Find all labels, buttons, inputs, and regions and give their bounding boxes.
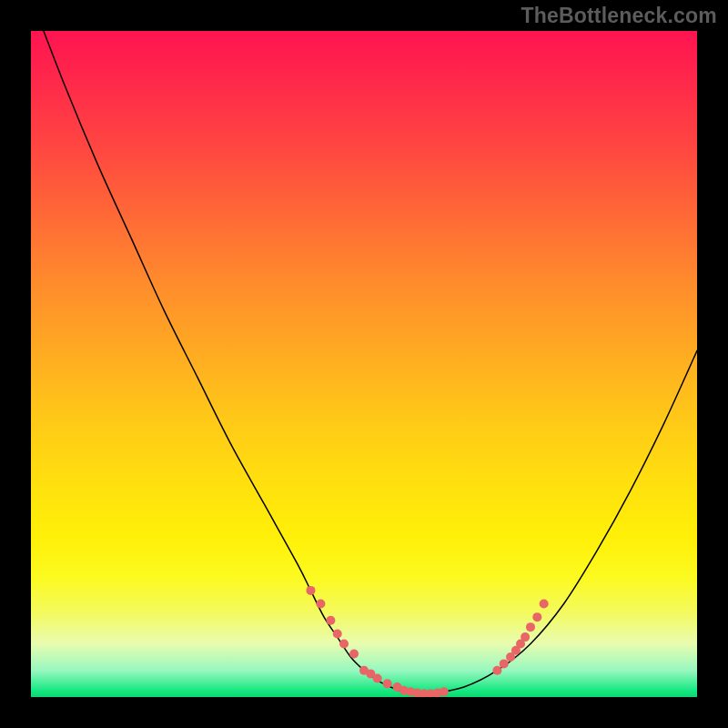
highlight-dot bbox=[440, 687, 449, 696]
chart-frame: TheBottleneck.com bbox=[0, 0, 728, 728]
dots-layer bbox=[306, 586, 548, 697]
highlight-dot bbox=[326, 616, 335, 625]
highlight-dot bbox=[316, 600, 325, 609]
chart-svg bbox=[31, 31, 697, 697]
plot-area bbox=[31, 31, 697, 697]
highlight-dot bbox=[526, 622, 535, 632]
highlight-dot bbox=[306, 586, 315, 595]
highlight-dot bbox=[373, 674, 382, 683]
curve-layer bbox=[31, 31, 697, 694]
watermark-text: TheBottleneck.com bbox=[521, 4, 717, 28]
highlight-dot bbox=[532, 612, 541, 622]
highlight-dot bbox=[333, 629, 342, 638]
highlight-dot bbox=[339, 639, 349, 648]
highlight-dot bbox=[349, 649, 359, 658]
highlight-dot bbox=[521, 632, 530, 642]
bottleneck-curve-path bbox=[31, 31, 697, 694]
highlight-dot bbox=[492, 666, 501, 675]
highlight-dot bbox=[383, 679, 392, 688]
highlight-dot bbox=[500, 659, 509, 668]
highlight-dot bbox=[540, 600, 549, 609]
